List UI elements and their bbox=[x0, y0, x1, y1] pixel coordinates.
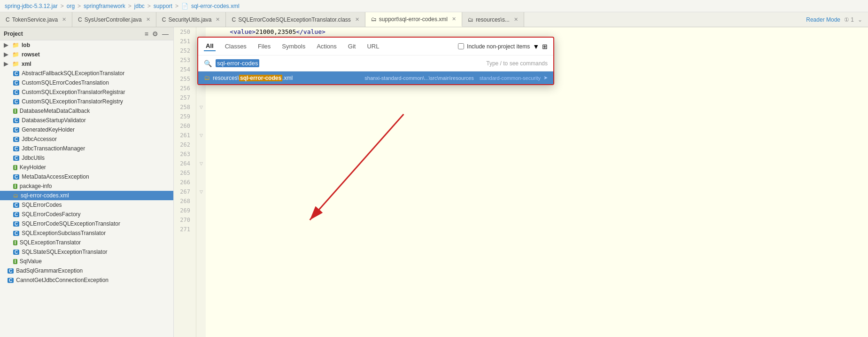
filter-icon[interactable]: ▼ bbox=[533, 43, 539, 50]
result-path: resources\sql-error-codes.xml bbox=[213, 75, 362, 81]
sidebar-item-metaexc-label: MetaDataAccessException bbox=[22, 173, 89, 180]
tab-sys-user-close[interactable]: ✕ bbox=[146, 16, 150, 23]
tab-xml-icon2: 🗂 bbox=[468, 16, 473, 23]
gutter-fold-258[interactable]: ▽ bbox=[196, 102, 206, 112]
sidebar-item-sqlexcsubclass[interactable]: C SQLExceptionSubclassTranslator bbox=[0, 228, 173, 238]
breadcrumb-jar[interactable]: spring-jdbc-5.3.12.jar bbox=[5, 3, 58, 9]
sidebar-item-xml[interactable]: ▶ 📁 xml bbox=[0, 59, 173, 69]
search-tab-symbols[interactable]: Symbols bbox=[280, 42, 307, 51]
sidebar-item-jdbc-accessor[interactable]: C JdbcAccessor bbox=[0, 134, 173, 144]
sidebar-item-sqlexctrans[interactable]: I SQLExceptionTranslator bbox=[0, 238, 173, 247]
line-num-260: 260 bbox=[174, 121, 193, 131]
xml-icon-selected: 🗂 bbox=[13, 193, 18, 198]
line-num-265: 265 bbox=[174, 168, 193, 178]
sidebar-item-sqlvalue[interactable]: I SqlValue bbox=[0, 257, 173, 266]
sidebar-item-rowset[interactable]: ▶ 📁 rowset bbox=[0, 50, 173, 59]
sidebar-item-pkg-info[interactable]: I package-info bbox=[0, 181, 173, 191]
breadcrumb-springframework[interactable]: springframework bbox=[84, 3, 125, 9]
sidebar-item-lob[interactable]: ▶ 📁 lob bbox=[0, 40, 173, 50]
sidebar-item-badsqlgrammar[interactable]: C BadSqlGrammarException bbox=[0, 266, 173, 275]
sidebar-item-sqlexcsubclass-label: SQLExceptionSubclassTranslator bbox=[22, 230, 106, 236]
sidebar-item-custom-translator-registrar[interactable]: C CustomSQLExceptionTranslatorRegistrar bbox=[0, 87, 173, 97]
line-num-250: 250 bbox=[174, 27, 193, 37]
search-tab-files[interactable]: Files bbox=[256, 42, 272, 51]
tab-token-service[interactable]: C TokenService.java ✕ bbox=[0, 12, 72, 27]
sidebar-item-metaexc[interactable]: C MetaDataAccessException bbox=[0, 172, 173, 181]
sidebar-item-keyholder[interactable]: I KeyHolder bbox=[0, 163, 173, 172]
tab-security-utils-close[interactable]: ✕ bbox=[216, 16, 220, 23]
search-input[interactable] bbox=[263, 60, 482, 67]
tab-sys-user[interactable]: C SysUserController.java ✕ bbox=[72, 12, 156, 27]
sidebar-collapse-icon[interactable]: ≡ bbox=[144, 30, 149, 38]
c-icon-sqlexcsubclass: C bbox=[13, 231, 19, 236]
chevron-down-icon[interactable]: ⌄ bbox=[858, 16, 862, 23]
sidebar-item-pkginfo-label: package-info bbox=[20, 183, 52, 189]
layout-icon[interactable]: ⊞ bbox=[542, 43, 548, 50]
breadcrumb-support[interactable]: support bbox=[154, 3, 172, 9]
breadcrumb-folder-icon: 📄 bbox=[181, 3, 188, 9]
sidebar-item-db-startup[interactable]: C DatabaseStartupValidator bbox=[0, 116, 173, 125]
line-num-271: 271 bbox=[174, 225, 193, 234]
sidebar-item-sqlexctrans-label: SQLExceptionTranslator bbox=[20, 239, 81, 246]
tab-sql-error-codes[interactable]: 🗂 support\sql-error-codes.xml ✕ bbox=[365, 12, 462, 27]
tab-sql-translator-label: SQLErrorCodeSQLExceptionTranslator.class bbox=[238, 16, 351, 23]
c-icon-metaexc: C bbox=[13, 174, 19, 180]
tab-security-utils[interactable]: C SecurityUtils.java ✕ bbox=[156, 12, 226, 27]
sidebar-item-abstract-label: AbstractFallbackSQLExceptionTranslator bbox=[22, 70, 124, 77]
tab-sql-translator-close[interactable]: ✕ bbox=[355, 16, 359, 23]
sidebar-item-jdbc-txmgr[interactable]: C JdbcTransactionManager bbox=[0, 144, 173, 153]
gutter-fold-267[interactable]: ▽ bbox=[196, 187, 206, 196]
sidebar: Project ≡ ⚙ — ▶ 📁 lob ▶ 📁 rowset ▶ 📁 xml… bbox=[0, 27, 174, 337]
sidebar-item-sqlerrcodesqltrans[interactable]: C SQLErrorCodeSQLExceptionTranslator bbox=[0, 219, 173, 228]
sidebar-item-cannotgetjdbc[interactable]: C CannotGetJdbcConnectionException bbox=[0, 275, 173, 285]
sidebar-item-jdbcutils[interactable]: C JdbcUtils bbox=[0, 153, 173, 163]
sidebar-item-sqlerrcodesqltrans-label: SQLErrorCodeSQLExceptionTranslator bbox=[22, 220, 120, 227]
sidebar-item-abstract-fallback[interactable]: C AbstractFallbackSQLExceptionTranslator bbox=[0, 69, 173, 78]
sidebar-minimize-icon[interactable]: — bbox=[161, 30, 170, 38]
tab-token-label: TokenService.java bbox=[12, 16, 58, 23]
gutter-fold-261[interactable]: ▽ bbox=[196, 131, 206, 140]
search-query-highlight: sql-error-codes bbox=[216, 59, 259, 67]
sidebar-item-badsqlgrammar-label: BadSqlGrammarException bbox=[16, 267, 83, 274]
search-result-row[interactable]: 🗂 resources\sql-error-codes.xml shanxi-s… bbox=[198, 71, 553, 84]
tab-security-utils-label: SecurityUtils.java bbox=[168, 16, 211, 23]
search-tab-all[interactable]: All bbox=[204, 41, 216, 51]
sidebar-title: Project bbox=[4, 31, 23, 37]
code-line-259 bbox=[215, 112, 868, 121]
search-tab-actions[interactable]: Actions bbox=[315, 42, 339, 51]
reader-mode-label[interactable]: Reader Mode bbox=[806, 16, 840, 23]
i-icon-dbmeta: I bbox=[13, 109, 17, 114]
sidebar-item-ctry-label: CustomSQLExceptionTranslatorRegistry bbox=[22, 98, 123, 105]
tab-token-close[interactable]: ✕ bbox=[62, 16, 66, 23]
line-num-269: 269 bbox=[174, 206, 193, 215]
folder-arrow-lob: ▶ bbox=[4, 42, 8, 48]
sidebar-item-db-meta[interactable]: I DatabaseMetaDataCallback bbox=[0, 106, 173, 116]
sidebar-settings-icon[interactable]: ⚙ bbox=[151, 30, 159, 38]
breadcrumb-file[interactable]: sql-error-codes.xml bbox=[191, 3, 240, 9]
sidebar-item-sqlerrcodesfactory[interactable]: C SQLErrorCodesFactory bbox=[0, 210, 173, 219]
tab-resources[interactable]: 🗂 resources\s... ✕ bbox=[462, 12, 524, 27]
tab-sql-translator[interactable]: C SQLErrorCodeSQLExceptionTranslator.cla… bbox=[226, 12, 365, 27]
sidebar-item-sql-error-codes-xml[interactable]: 🗂 sql-error-codes.xml bbox=[0, 191, 173, 200]
tab-sql-error-codes-close[interactable]: ✕ bbox=[452, 16, 456, 22]
include-non-project-checkbox[interactable] bbox=[458, 43, 464, 49]
search-tab-git[interactable]: Git bbox=[346, 42, 358, 51]
search-tab-url[interactable]: URL bbox=[365, 42, 381, 51]
sidebar-item-custom-error-codes[interactable]: C CustomSQLErrorCodesTranslation bbox=[0, 78, 173, 87]
gutter-fold-264[interactable]: ▽ bbox=[196, 159, 206, 168]
sidebar-item-gen-key[interactable]: C GeneratedKeyHolder bbox=[0, 125, 173, 134]
sidebar-folder-rowset-icon: 📁 bbox=[12, 51, 19, 58]
breadcrumb-jdbc[interactable]: jdbc bbox=[134, 3, 145, 9]
sidebar-item-sqlstateexctrans[interactable]: C SQLStateSQLExceptionTranslator bbox=[0, 247, 173, 257]
sidebar-item-custom-err-label: CustomSQLErrorCodesTranslation bbox=[22, 79, 109, 86]
i-icon-keyholder: I bbox=[13, 165, 17, 170]
sidebar-item-custom-translator-registry[interactable]: C CustomSQLExceptionTranslatorRegistry bbox=[0, 97, 173, 106]
sidebar-item-sqlerrcodes[interactable]: C SQLErrorCodes bbox=[0, 200, 173, 210]
code-line-269 bbox=[215, 206, 868, 215]
search-tab-classes[interactable]: Classes bbox=[223, 42, 248, 51]
c-icon-custom-err: C bbox=[13, 80, 19, 86]
main-layout: Project ≡ ⚙ — ▶ 📁 lob ▶ 📁 rowset ▶ 📁 xml… bbox=[0, 27, 868, 337]
content-area: 250 251 252 253 254 255 256 257 258 259 … bbox=[174, 27, 868, 337]
breadcrumb-org[interactable]: org bbox=[67, 3, 75, 9]
tab-resources-close[interactable]: ✕ bbox=[514, 16, 518, 23]
